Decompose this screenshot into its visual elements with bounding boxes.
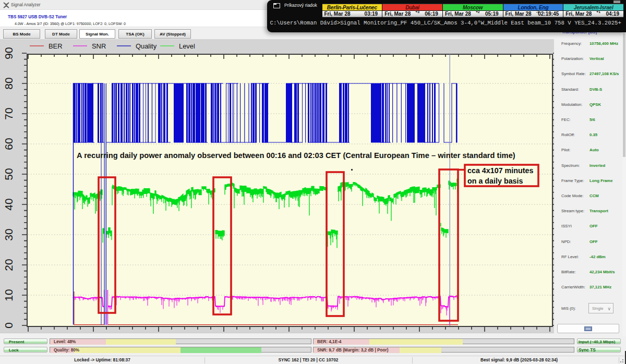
svg-text:60: 60 [3, 138, 15, 150]
svg-text:30: 30 [3, 228, 15, 240]
svg-text:BER: BER [49, 42, 63, 50]
svg-text:50: 50 [3, 168, 15, 180]
svg-text:70: 70 [3, 107, 15, 119]
svg-text:10: 10 [3, 289, 15, 301]
svg-text:SNR: SNR [92, 42, 106, 50]
svg-text:cca 4x107 minutes: cca 4x107 minutes [467, 166, 533, 175]
svg-text:on a daily basis: on a daily basis [467, 177, 523, 185]
svg-text:20: 20 [3, 259, 15, 271]
svg-text:0: 0 [3, 322, 15, 329]
svg-text:A recurring daily power anomal: A recurring daily power anomaly observed… [77, 151, 515, 160]
svg-text:80: 80 [3, 77, 15, 89]
svg-text:40: 40 [3, 198, 15, 210]
svg-text:90: 90 [3, 47, 15, 59]
svg-text:Quality: Quality [136, 42, 157, 50]
svg-text:Level: Level [179, 42, 195, 50]
